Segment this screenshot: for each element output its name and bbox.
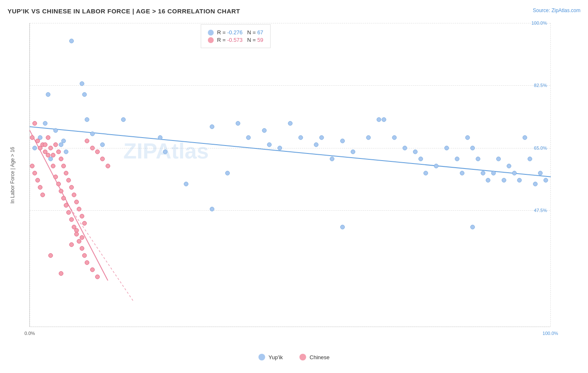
pink-data-point — [74, 199, 79, 204]
blue-data-point — [100, 142, 105, 147]
legend-item-yupik: Yup'ik — [258, 354, 283, 360]
pink-data-point — [90, 268, 95, 272]
pink-data-point — [59, 271, 63, 276]
y-tick-825: 82.5% — [534, 83, 547, 88]
blue-data-point — [403, 146, 407, 151]
pink-data-point — [51, 153, 56, 158]
pink-data-point — [56, 149, 61, 154]
legend-dot-bottom-chinese — [299, 354, 306, 360]
pink-data-point — [90, 146, 95, 151]
blue-data-point — [298, 135, 303, 140]
pink-data-point — [54, 174, 58, 179]
pink-data-point — [43, 142, 48, 147]
blue-data-point — [491, 171, 496, 176]
blue-data-point — [184, 181, 188, 186]
blue-data-point — [512, 171, 516, 176]
pink-data-point — [77, 239, 82, 243]
blue-data-point — [507, 164, 511, 169]
blue-data-point — [465, 135, 470, 140]
blue-data-point — [267, 142, 272, 147]
blue-data-point — [210, 207, 215, 211]
pink-data-point — [46, 135, 50, 140]
blue-data-point — [423, 171, 428, 176]
y-tick-65: 65.0% — [534, 146, 547, 151]
blue-data-point — [278, 146, 282, 151]
blue-data-point — [470, 225, 475, 229]
blue-data-point — [79, 82, 84, 86]
blue-data-point — [376, 117, 381, 122]
blue-data-point — [90, 132, 95, 136]
legend-dot-chinese — [208, 37, 214, 43]
blue-data-point — [392, 135, 397, 140]
bottom-legend: Yup'ik Chinese — [0, 354, 588, 360]
chart-svg — [30, 23, 550, 327]
legend-r-chinese: R = -0.573 N = 59 — [217, 37, 263, 43]
blue-data-point — [522, 135, 527, 140]
blue-data-point — [350, 149, 355, 154]
blue-data-point — [366, 135, 371, 140]
blue-data-point — [340, 225, 345, 229]
blue-data-point — [225, 171, 230, 176]
pink-data-point — [46, 153, 50, 158]
pink-data-point — [69, 243, 74, 247]
pink-data-point — [79, 246, 84, 250]
y-tick-100: 100.0% — [532, 20, 547, 26]
blue-data-point — [382, 117, 386, 122]
blue-data-point — [528, 157, 532, 161]
blue-data-point — [476, 157, 480, 161]
svg-line-2 — [66, 202, 134, 302]
blue-data-point — [82, 92, 87, 97]
grid-line-v100 — [550, 23, 551, 327]
blue-data-point — [43, 121, 48, 125]
blue-data-point — [470, 146, 475, 151]
blue-data-point — [418, 157, 423, 161]
legend-r-yupik: R = -0.276 N = 67 — [217, 29, 263, 36]
pink-data-point — [95, 149, 100, 154]
pink-data-point — [77, 207, 82, 211]
pink-data-point — [30, 164, 35, 169]
blue-data-point — [340, 139, 345, 143]
blue-data-point — [517, 178, 522, 183]
legend-dot-yupik — [208, 30, 214, 36]
blue-data-point — [158, 135, 162, 140]
blue-data-point — [121, 117, 126, 122]
pink-data-point — [48, 146, 53, 151]
legend-dot-bottom-yupik — [258, 354, 265, 360]
pink-data-point — [56, 181, 61, 186]
blue-data-point — [319, 135, 324, 140]
x-tick-0: 0.0% — [24, 331, 35, 336]
pink-data-point — [100, 157, 105, 161]
svg-line-0 — [30, 127, 551, 177]
pink-data-point — [64, 203, 69, 208]
blue-data-point — [163, 149, 167, 154]
pink-data-point — [66, 178, 71, 183]
chart-area: ZIPAtlas 100.0% 82.5% 65.0% 47.5% 0.0% 1… — [29, 23, 550, 327]
blue-data-point — [33, 146, 37, 151]
blue-data-point — [46, 92, 50, 97]
pink-data-point — [82, 221, 87, 226]
blue-data-point — [413, 149, 418, 154]
blue-data-point — [61, 139, 66, 143]
pink-data-point — [33, 121, 37, 125]
pink-data-point — [59, 189, 63, 194]
pink-data-point — [35, 139, 40, 143]
chart-title: YUP'IK VS CHINESE IN LABOR FORCE | AGE >… — [8, 8, 240, 15]
pink-data-point — [61, 164, 66, 169]
pink-data-point — [33, 171, 37, 176]
pink-data-point — [66, 210, 71, 215]
blue-data-point — [455, 157, 459, 161]
pink-data-point — [79, 214, 84, 218]
blue-data-point — [481, 171, 486, 176]
pink-data-point — [69, 217, 74, 222]
blue-data-point — [501, 178, 506, 183]
pink-data-point — [51, 164, 56, 169]
pink-data-point — [85, 139, 89, 143]
blue-data-point — [236, 121, 240, 125]
blue-data-point — [64, 149, 69, 154]
pink-data-point — [59, 157, 63, 161]
blue-data-point — [496, 157, 501, 161]
pink-data-point — [35, 178, 40, 183]
blue-data-point — [330, 157, 334, 161]
y-tick-475: 47.5% — [534, 208, 547, 213]
legend-row-yupik: R = -0.276 N = 67 — [208, 29, 263, 36]
